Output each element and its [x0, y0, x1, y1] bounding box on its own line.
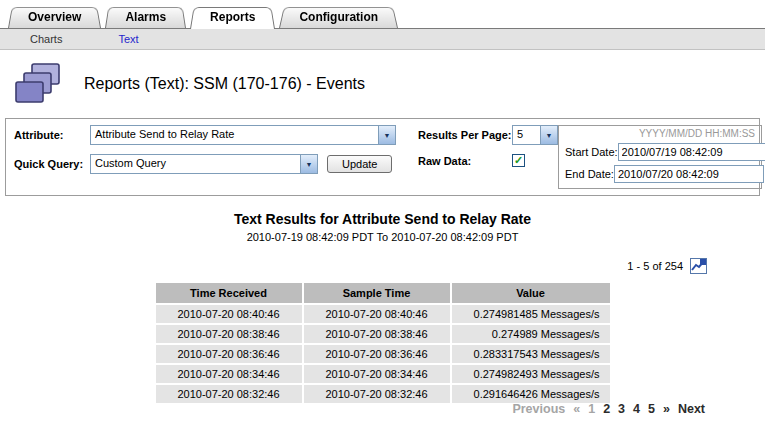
attribute-dropdown-value: Attribute Send to Relay Rate: [91, 126, 378, 144]
table-row: 2010-07-20 08:40:46 2010-07-20 08:40:46 …: [156, 305, 610, 323]
column-header-time-received: Time Received: [156, 283, 302, 303]
pagination-next-arrow-icon[interactable]: »: [663, 402, 670, 416]
checkmark-icon: ✓: [514, 155, 523, 166]
raw-data-label: Raw Data:: [418, 155, 512, 167]
results-subtitle: 2010-07-19 08:42:09 PDT To 2010-07-20 08…: [0, 231, 765, 243]
raw-data-checkbox[interactable]: ✓: [512, 154, 525, 167]
date-range-box: YYYY/MM/DD HH:MM:SS Start Date: End Date…: [558, 125, 762, 189]
attribute-label: Attribute:: [14, 129, 90, 141]
sample-time-cell: 2010-07-20 08:40:46: [304, 305, 450, 323]
tab-overview[interactable]: Overview: [8, 5, 101, 28]
quick-query-dropdown-value: Custom Query: [91, 155, 300, 173]
end-date-input[interactable]: [614, 165, 764, 183]
reports-stacked-documents-icon: [14, 62, 62, 106]
sample-time-cell: 2010-07-20 08:38:46: [304, 325, 450, 343]
column-header-sample-time: Sample Time: [304, 283, 450, 303]
sample-time-cell: 2010-07-20 08:34:46: [304, 365, 450, 383]
update-button[interactable]: Update: [327, 155, 392, 173]
table-row: 2010-07-20 08:32:46 2010-07-20 08:32:46 …: [156, 385, 610, 403]
tab-reports[interactable]: Reports: [190, 5, 275, 28]
start-date-label: Start Date:: [565, 146, 618, 158]
subnav-charts[interactable]: Charts: [30, 33, 62, 45]
query-panel: Attribute: Attribute Send to Relay Rate …: [5, 118, 760, 196]
time-received-cell: 2010-07-20 08:36:46: [156, 345, 302, 363]
result-range-text: 1 - 5 of 254: [627, 260, 683, 272]
table-row: 2010-07-20 08:36:46 2010-07-20 08:36:46 …: [156, 345, 610, 363]
results-per-page-label: Results Per Page:: [418, 129, 512, 141]
value-cell: 0.291646426 Messages/s: [452, 385, 610, 403]
chart-view-icon[interactable]: [690, 258, 707, 274]
tab-alarms[interactable]: Alarms: [105, 5, 186, 28]
pagination-page-4[interactable]: 4: [633, 402, 640, 416]
end-date-label: End Date:: [565, 168, 614, 180]
time-received-cell: 2010-07-20 08:40:46: [156, 305, 302, 323]
chevron-down-icon: ▼: [378, 126, 395, 144]
quick-query-dropdown[interactable]: Custom Query ▼: [90, 154, 318, 174]
start-date-input[interactable]: [618, 143, 765, 161]
reports-subnav: Charts Text: [0, 29, 765, 50]
tab-configuration[interactable]: Configuration: [279, 5, 398, 28]
chevron-down-icon: ▼: [300, 155, 317, 173]
page-title: Reports (Text): SSM (170-176) - Events: [84, 75, 365, 93]
results-table: Time Received Sample Time Value 2010-07-…: [154, 281, 612, 405]
value-cell: 0.274982493 Messages/s: [452, 365, 610, 383]
results-title: Text Results for Attribute Send to Relay…: [0, 211, 765, 227]
results-per-page-dropdown[interactable]: 5 ▼: [512, 125, 558, 145]
table-row: 2010-07-20 08:34:46 2010-07-20 08:34:46 …: [156, 365, 610, 383]
date-format-hint: YYYY/MM/DD HH:MM:SS: [565, 128, 755, 139]
chevron-down-icon: ▼: [540, 126, 557, 144]
sample-time-cell: 2010-07-20 08:36:46: [304, 345, 450, 363]
pagination-prev-arrow-icon: «: [573, 402, 580, 416]
pagination-page-5[interactable]: 5: [648, 402, 655, 416]
pagination-page-2[interactable]: 2: [603, 402, 610, 416]
pagination-page-1: 1: [588, 402, 595, 416]
quick-query-label: Quick Query:: [14, 158, 90, 170]
pagination: Previous « 1 2 3 4 5 » Next: [512, 402, 705, 416]
attribute-dropdown[interactable]: Attribute Send to Relay Rate ▼: [90, 125, 396, 145]
main-tab-bar: Overview Alarms Reports Configuration: [0, 0, 765, 29]
pagination-previous: Previous: [512, 402, 565, 416]
pagination-page-3[interactable]: 3: [618, 402, 625, 416]
page-header: Reports (Text): SSM (170-176) - Events: [0, 50, 765, 116]
time-received-cell: 2010-07-20 08:34:46: [156, 365, 302, 383]
column-header-value: Value: [452, 283, 610, 303]
subnav-text[interactable]: Text: [118, 33, 138, 45]
value-cell: 0.274981485 Messages/s: [452, 305, 610, 323]
table-row: 2010-07-20 08:38:46 2010-07-20 08:38:46 …: [156, 325, 610, 343]
time-received-cell: 2010-07-20 08:38:46: [156, 325, 302, 343]
value-cell: 0.274989 Messages/s: [452, 325, 610, 343]
results-per-page-value: 5: [513, 126, 540, 144]
sample-time-cell: 2010-07-20 08:32:46: [304, 385, 450, 403]
time-received-cell: 2010-07-20 08:32:46: [156, 385, 302, 403]
pagination-next[interactable]: Next: [678, 402, 705, 416]
value-cell: 0.283317543 Messages/s: [452, 345, 610, 363]
